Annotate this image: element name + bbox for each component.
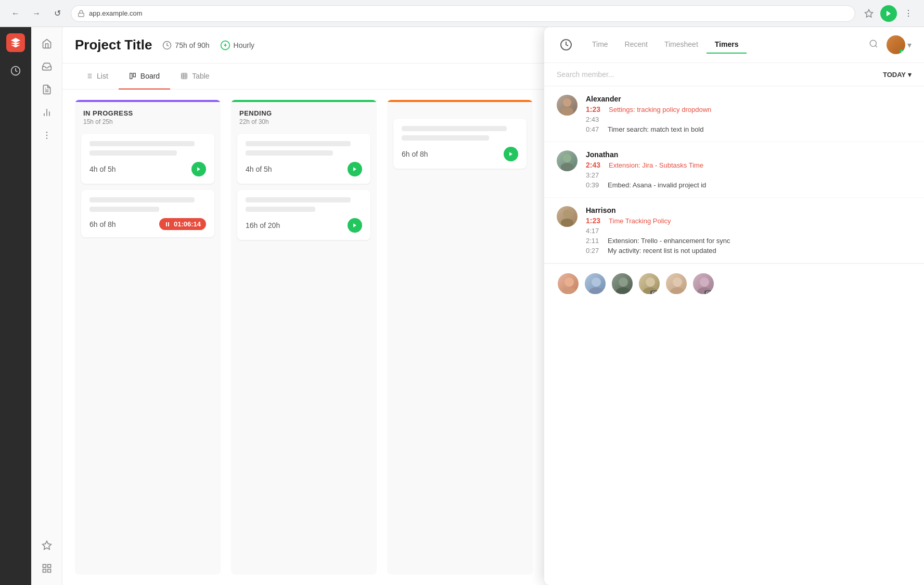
card-c3: 4h of 5h	[237, 134, 370, 184]
panel-tab-timers-label: Timers	[715, 40, 739, 48]
tab-table[interactable]: Table	[170, 63, 220, 90]
star-button[interactable]	[862, 6, 876, 21]
member-avatar-1[interactable]	[557, 272, 580, 295]
record-button[interactable]	[880, 5, 897, 22]
panel-tab-timesheet[interactable]: Timesheet	[656, 36, 707, 54]
nav-forward-button[interactable]: →	[29, 6, 44, 21]
sidebar-item-docs[interactable]	[36, 79, 57, 100]
today-filter[interactable]: TODAY ▾	[883, 71, 912, 79]
svg-point-44	[561, 107, 573, 116]
timer-nav-icon[interactable]	[5, 60, 26, 81]
app-logo[interactable]	[6, 33, 25, 52]
timer-entries: Alexander 1:23 Settings: tracking policy…	[544, 86, 924, 263]
today-chevron: ▾	[908, 71, 912, 79]
active-timer-badge[interactable]: 01:06:14	[159, 218, 206, 230]
panel-tab-recent[interactable]: Recent	[617, 36, 656, 54]
svg-point-57	[673, 277, 682, 287]
panel-tab-time[interactable]: Time	[584, 36, 617, 54]
tab-list-label: List	[97, 72, 108, 80]
entry-sub-row: 4:17	[586, 227, 912, 235]
skeleton	[89, 197, 195, 202]
svg-point-53	[619, 277, 628, 287]
entry-sub-task: Extension: Trello - enhancement for sync	[608, 237, 730, 245]
svg-rect-16	[43, 569, 46, 573]
skeleton	[246, 207, 315, 212]
panel-tab-time-label: Time	[592, 40, 608, 48]
entry-sub-task: My activity: recent list is not updated	[608, 247, 716, 255]
timer-value: 01:06:14	[174, 220, 201, 228]
svg-rect-14	[47, 565, 50, 568]
svg-point-43	[563, 98, 571, 107]
browser-chrome: ← → ↺ app.example.com ⋮	[0, 0, 924, 27]
column-header-in-progress: IN PROGRESS 15h of 25h	[75, 102, 221, 130]
card-footer: 16h of 20h	[246, 218, 362, 233]
member-avatar-5[interactable]	[665, 272, 688, 295]
column-title-pending: PENDING	[239, 109, 368, 117]
entry-name-jonathan: Jonathan	[586, 150, 912, 159]
avatar-alexander	[557, 95, 578, 116]
nav-reload-button[interactable]: ↺	[50, 6, 65, 21]
column-done: 6h of 8h	[387, 100, 533, 575]
panel-tab-timers[interactable]: Timers	[707, 36, 747, 54]
member-avatar-4[interactable]: OFF	[638, 272, 661, 295]
entry-name-harrison: Harrison	[586, 206, 912, 214]
start-timer-button[interactable]	[348, 218, 362, 233]
sidebar-item-home[interactable]	[36, 33, 57, 54]
entry-sub-task: Embed: Asana - invalid project id	[608, 181, 706, 189]
svg-point-51	[592, 277, 601, 287]
panel-user-avatar[interactable]: In	[887, 35, 905, 54]
column-body-in-progress: 4h of 5h 6h of 8h	[75, 130, 221, 241]
entry-sub-row: 0:47 Timer search: match text in bold	[586, 125, 912, 133]
address-text: app.example.com	[89, 9, 143, 17]
entry-sub-row: 0:27 My activity: recent list is not upd…	[586, 247, 912, 255]
column-pending: PENDING 22h of 30h 4h of 5h	[231, 100, 377, 575]
panel-search-icon[interactable]	[869, 39, 878, 51]
sidebar-item-more[interactable]	[36, 125, 57, 146]
entry-sub-time: 2:11	[586, 237, 601, 245]
tab-board[interactable]: Board	[119, 63, 170, 90]
svg-rect-35	[166, 222, 167, 226]
tab-list[interactable]: List	[75, 63, 119, 90]
skeleton	[89, 141, 195, 146]
member-avatar-6[interactable]: OFF	[692, 272, 715, 295]
start-timer-button[interactable]	[191, 162, 206, 176]
entry-sub-row: 2:11 Extension: Trello - enhancement for…	[586, 237, 912, 245]
card-time: 6h of 8h	[89, 220, 116, 228]
svg-point-49	[564, 277, 574, 287]
panel-dropdown-icon[interactable]: ▾	[907, 40, 912, 50]
panel-tab-timesheet-label: Timesheet	[664, 40, 698, 48]
browser-actions: ⋮	[862, 5, 916, 22]
nav-back-button[interactable]: ←	[8, 6, 23, 21]
address-bar[interactable]: app.example.com	[71, 5, 855, 22]
avatar-jonathan	[557, 150, 578, 171]
svg-point-41	[870, 40, 876, 46]
avatar-harrison	[557, 206, 578, 227]
svg-point-11	[46, 138, 47, 139]
member-avatar-3[interactable]	[611, 272, 634, 295]
card-time: 16h of 20h	[246, 221, 280, 230]
entry-data-alexander: Alexander 1:23 Settings: tracking policy…	[586, 95, 912, 133]
column-in-progress: IN PROGRESS 15h of 25h 4h of 5h	[75, 100, 221, 575]
entry-main-task-harrison: Time Tracking Policy	[609, 217, 671, 225]
sidebar-item-inbox[interactable]	[36, 56, 57, 77]
svg-marker-39	[509, 152, 512, 156]
card-time: 4h of 5h	[89, 165, 116, 173]
skeleton	[89, 207, 159, 212]
sidebar-item-chart[interactable]	[36, 102, 57, 123]
entry-sub-row: 0:39 Embed: Asana - invalid project id	[586, 181, 912, 189]
column-hours-pending: 22h of 30h	[239, 118, 368, 125]
member-avatar-2[interactable]	[584, 272, 607, 295]
svg-marker-38	[353, 223, 356, 227]
entry-sub-time: 2:43	[586, 116, 601, 123]
svg-point-10	[46, 135, 47, 136]
menu-button[interactable]: ⋮	[901, 6, 916, 21]
start-timer-button[interactable]	[504, 147, 518, 161]
sidebar-item-apps[interactable]	[36, 558, 57, 579]
svg-rect-15	[47, 569, 50, 573]
entry-data-harrison: Harrison 1:23 Time Tracking Policy 4:17 …	[586, 206, 912, 255]
entry-main-time-harrison: 1:23	[586, 217, 600, 225]
skeleton	[246, 150, 333, 156]
column-header-done	[387, 102, 533, 115]
sidebar-item-favorites[interactable]	[36, 535, 57, 556]
start-timer-button[interactable]	[348, 162, 362, 176]
